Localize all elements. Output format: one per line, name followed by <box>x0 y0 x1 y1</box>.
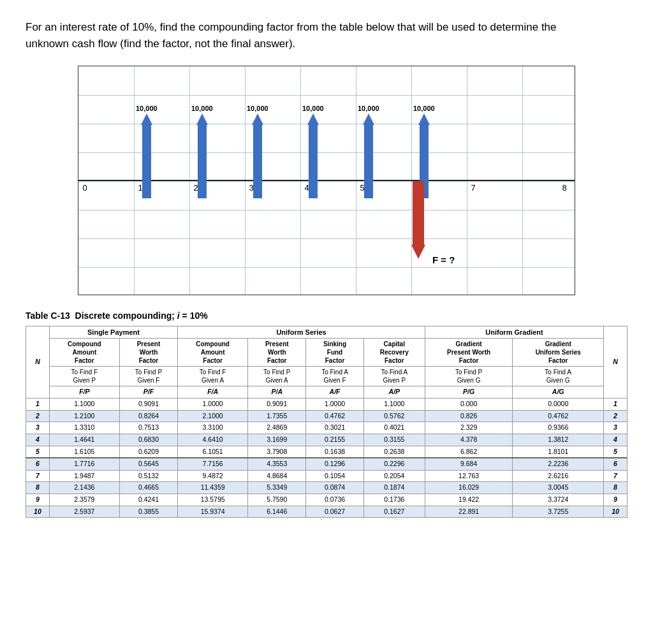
data-cell: 0.5132 <box>119 470 177 482</box>
data-cell: 0.1736 <box>363 494 425 506</box>
n-cell: 7 <box>26 470 50 482</box>
n-cell-right: 7 <box>604 470 627 482</box>
data-cell: 4.8684 <box>248 470 306 482</box>
n-cell-right: 3 <box>604 422 627 434</box>
n-cell: 6 <box>26 458 50 470</box>
data-cell: 0.0627 <box>306 506 363 518</box>
data-cell: 3.0045 <box>513 482 604 494</box>
data-cell: 16.029 <box>425 482 512 494</box>
sym-ag: A/G <box>513 386 604 399</box>
table-row: 71.94870.51329.48724.86840.10540.205412.… <box>26 470 627 482</box>
data-cell: 22.891 <box>425 506 512 518</box>
fg-pa: To Find PGiven A <box>248 367 306 386</box>
data-cell: 0.2296 <box>363 458 425 470</box>
compound-amount-sp: CompoundAmountFactor <box>49 339 119 367</box>
n-cell: 5 <box>26 446 50 458</box>
data-cell: 0.1627 <box>363 506 425 518</box>
up-arrow-5: 10,000 <box>358 105 379 198</box>
sym-pg: P/G <box>425 386 512 399</box>
data-cell: 6.862 <box>425 446 512 458</box>
fg-fa: To Find FGiven A <box>178 367 248 386</box>
data-cell: 0.1296 <box>306 458 363 470</box>
data-cell: 0.4665 <box>119 482 177 494</box>
data-cell: 0.7513 <box>119 422 177 434</box>
f-label: F = ? <box>432 254 455 265</box>
capital-recovery: CapitalRecoveryFactor <box>363 339 425 367</box>
sym-pa: P/A <box>248 386 306 399</box>
data-cell: 4.3553 <box>248 458 306 470</box>
data-cell: 0.0874 <box>306 482 363 494</box>
period-8: 8 <box>562 183 566 193</box>
gradient-us: GradientUniform SeriesFactor <box>513 339 604 367</box>
data-cell: 4.378 <box>425 434 512 446</box>
data-cell: 1.4641 <box>49 434 119 446</box>
n-cell: 1 <box>26 398 50 410</box>
up-arrow-1: 10,000 <box>136 105 158 198</box>
data-cell: 0.9091 <box>119 398 177 410</box>
period-0: 0 <box>82 183 87 193</box>
data-cell: 2.3579 <box>49 494 119 506</box>
data-cell: 6.1446 <box>248 506 306 518</box>
data-cell: 0.3855 <box>119 506 177 518</box>
sinking-fund: SinkingFundFactor <box>306 339 363 367</box>
table-row: 11.10000.90911.00000.90911.00001.10000.0… <box>26 398 627 410</box>
data-cell: 19.422 <box>425 494 512 506</box>
data-cell: 13.5795 <box>178 494 248 506</box>
uniform-gradient-header: Uniform Gradient <box>425 326 603 339</box>
cash-flow-diagram: 0 1 2 3 4 5 6 7 8 10,000 10,000 10,000 1… <box>78 66 575 295</box>
data-cell: 6.1051 <box>178 446 248 458</box>
n-cell-right: 9 <box>604 494 627 506</box>
data-cell: 3.7908 <box>248 446 306 458</box>
data-cell: 0.000 <box>425 398 512 410</box>
period-7: 7 <box>471 183 475 193</box>
sym-ap: A/P <box>363 386 425 399</box>
n-header: N <box>26 326 50 399</box>
n-cell: 4 <box>26 434 50 446</box>
table-row: 51.61050.62096.10513.79080.16380.26386.8… <box>26 446 627 458</box>
fg-ap: To Find AGiven P <box>363 367 425 386</box>
data-cell: 0.9091 <box>248 398 306 410</box>
data-cell: 0.2155 <box>306 434 363 446</box>
data-cell: 1.1000 <box>49 398 119 410</box>
n-cell-right: 10 <box>604 506 627 518</box>
present-worth-us: PresentWorthFactor <box>248 339 306 367</box>
table-row: 102.59370.385515.93746.14460.06270.16272… <box>26 506 627 518</box>
data-cell: 1.7716 <box>49 458 119 470</box>
data-cell: 0.3155 <box>363 434 425 446</box>
data-cell: 1.8101 <box>513 446 604 458</box>
n-cell: 8 <box>26 482 50 494</box>
up-arrow-2: 10,000 <box>191 105 213 198</box>
data-cell: 1.0000 <box>306 398 363 410</box>
data-cell: 1.6105 <box>49 446 119 458</box>
sym-fp: F/P <box>49 386 119 399</box>
gradient-pw: GradientPresent WorthFactor <box>425 339 512 367</box>
n-cell-right: 5 <box>604 446 627 458</box>
data-cell: 0.1638 <box>306 446 363 458</box>
data-cell: 2.6216 <box>513 470 604 482</box>
data-cell: 2.329 <box>425 422 512 434</box>
n-cell: 2 <box>26 410 50 422</box>
question-text: For an interest rate of 10%, find the co… <box>26 19 599 52</box>
data-cell: 0.1054 <box>306 470 363 482</box>
data-cell: 0.6209 <box>119 446 177 458</box>
data-cell: 1.0000 <box>178 398 248 410</box>
uniform-series-header: Uniform Series <box>178 326 425 339</box>
fg-ag: To Find AGiven G <box>513 367 604 386</box>
data-cell: 0.4762 <box>306 410 363 422</box>
table-row: 41.46410.68304.64103.16990.21550.31554.3… <box>26 434 627 446</box>
table-row: 31.33100.75133.31002.48690.30210.40212.3… <box>26 422 627 434</box>
data-cell: 4.6410 <box>178 434 248 446</box>
fg-pg: To Find PGiven G <box>425 367 512 386</box>
data-cell: 5.3349 <box>248 482 306 494</box>
data-cell: 3.3100 <box>178 422 248 434</box>
data-cell: 0.3021 <box>306 422 363 434</box>
data-cell: 1.3812 <box>513 434 604 446</box>
down-arrow-f <box>411 181 425 259</box>
data-cell: 0.1874 <box>363 482 425 494</box>
fg-fp: To Find FGiven P <box>49 367 119 386</box>
n-cell: 10 <box>26 506 50 518</box>
fg-af: To Find AGiven F <box>306 367 363 386</box>
n-header-right: N <box>604 326 627 399</box>
data-cell: 1.2100 <box>49 410 119 422</box>
data-cell: 7.7156 <box>178 458 248 470</box>
